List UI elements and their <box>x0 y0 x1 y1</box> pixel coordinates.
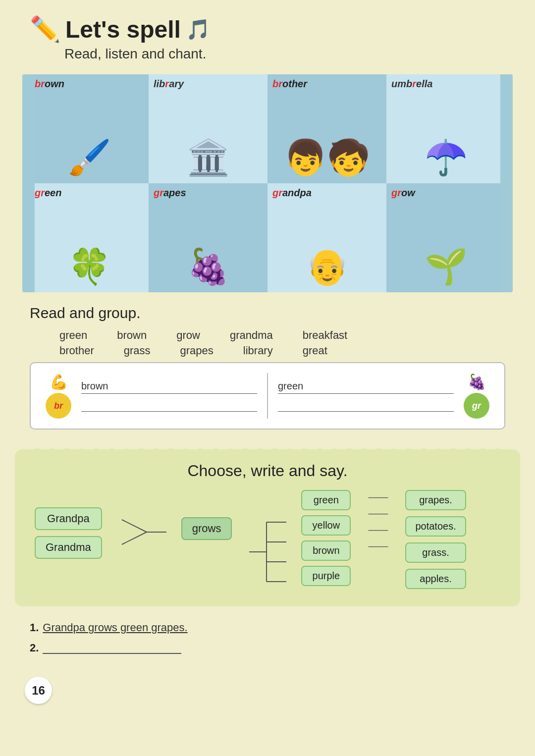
verb-grows: grows <box>181 517 232 540</box>
gr-answer-2 <box>278 398 454 412</box>
page-number: 16 <box>25 677 52 704</box>
arrow-area <box>117 512 166 552</box>
dash-3: —— <box>368 524 388 536</box>
word-bank-row2: brother grass grapes library great <box>30 344 505 357</box>
page-header: ✏️ Let's spell 🎵 Read, listen and chant. <box>0 0 535 67</box>
veg-apples[interactable]: apples. <box>405 569 466 589</box>
word-brother-label: brother <box>272 78 307 90</box>
br-label: br <box>54 401 63 411</box>
word-bank-great: great <box>303 344 327 357</box>
grandpa-image: 👴 <box>306 249 349 284</box>
library-r: r <box>165 78 169 89</box>
accordion-cell-brother: brother 👦🧒 <box>268 74 386 183</box>
word-brown-label: brown <box>35 78 64 90</box>
br-answer-2 <box>81 398 257 412</box>
spell-icon: ✏️ <box>30 15 60 44</box>
br-badge-area: 💪 br <box>46 373 71 419</box>
word-bank-row1: green brown grow grandma breakfast <box>30 329 505 342</box>
ow-part: ow <box>401 187 415 198</box>
read-group-title: Read and group. <box>30 305 505 322</box>
word-bank-brother: brother <box>59 344 94 357</box>
br-badge: br <box>46 393 71 419</box>
veg-grass[interactable]: grass. <box>405 542 466 563</box>
br-part-brother: br <box>272 78 282 89</box>
color-yellow[interactable]: yellow <box>301 515 351 536</box>
library-text: lib <box>154 78 165 89</box>
choose-title: Choose, write and say. <box>35 462 500 480</box>
word-bank-grow: grow <box>176 329 200 342</box>
brown-image: 🖌️ <box>68 140 111 175</box>
page-title: Let's spell <box>65 16 181 43</box>
br-answer-1: brown <box>81 380 257 394</box>
group-divider <box>267 373 268 419</box>
word-bank-grapes2: grapes <box>180 344 214 357</box>
veg-potatoes[interactable]: potatoes. <box>405 516 466 537</box>
subject-column: Grandpa Grandma <box>35 507 102 559</box>
apes-part: apes <box>163 187 186 198</box>
gr-answer-1: green <box>278 380 454 394</box>
word-bank-breakfast: breakfast <box>303 329 348 342</box>
svg-line-1 <box>122 532 147 544</box>
een-part: een <box>45 187 61 198</box>
grow-image: 🌱 <box>425 249 468 284</box>
gr-badge: gr <box>464 393 489 419</box>
accordion-cell-grandpa: grandpa 👴 <box>268 183 386 292</box>
gr-label: gr <box>472 401 481 411</box>
accordion-section: brown 🖌️ library 🏛️ brother 👦🧒 <box>0 74 535 292</box>
grouping-area: 💪 br brown green 🍇 gr <box>30 362 505 430</box>
word-umbrella-label: umbrella <box>391 78 432 90</box>
gr-part-grandpa: gr <box>272 187 282 198</box>
other-part: other <box>282 78 307 89</box>
gr-part-grow: gr <box>391 187 401 198</box>
svg-line-0 <box>122 520 147 532</box>
library-image: 🏛️ <box>187 140 230 175</box>
accordion-cell-grow: grow 🌱 <box>386 183 505 292</box>
sentence-2: 2. <box>30 642 505 654</box>
branch-arrows-2 <box>247 512 286 592</box>
veg-grapes[interactable]: grapes. <box>405 490 466 510</box>
read-group-section: Read and group. green brown grow grandma… <box>0 292 535 439</box>
own-part: own <box>45 78 64 89</box>
branch-arrows <box>117 512 166 552</box>
word-bank-brown: brown <box>117 329 147 342</box>
sentence-1-text: Grandpa grows green grapes. <box>43 621 187 634</box>
word-grandpa-label: grandpa <box>272 187 312 199</box>
dash-1: —— <box>368 491 388 503</box>
gr-part-green: gr <box>35 187 45 198</box>
arrow2-area <box>247 512 286 592</box>
subtitle: Read, listen and chant. <box>64 46 206 62</box>
accordion-cell-umbrella: umbrella ☂️ <box>386 74 505 183</box>
color-purple[interactable]: purple <box>301 566 351 586</box>
r-part-umbrella: r <box>412 78 416 89</box>
word-bank-green: green <box>59 329 87 342</box>
word-green-label: green <box>35 187 61 199</box>
umb-part: umb <box>391 78 412 89</box>
subject-grandma: Grandma <box>35 536 102 559</box>
title-row: ✏️ Let's spell 🎵 <box>30 15 211 44</box>
sentence-2-blank[interactable] <box>43 642 181 654</box>
accordion-cell-grapes: grapes 🍇 <box>149 183 268 292</box>
sentence-1-num: 1. <box>30 621 39 634</box>
accordion-cell-brown: brown 🖌️ <box>30 74 149 183</box>
color-brown[interactable]: brown <box>301 540 351 561</box>
sentence-1: 1. Grandpa grows green grapes. <box>30 621 505 634</box>
br-answers: brown <box>81 380 257 412</box>
dash-connectors: —— —— —— —— <box>366 491 390 552</box>
word-grapes-label: grapes <box>154 187 186 199</box>
ella-part: ella <box>416 78 432 89</box>
gr-badge-area: 🍇 gr <box>464 373 489 419</box>
color-green[interactable]: green <box>301 490 351 510</box>
choose-content: Grandpa Grandma grows <box>35 490 500 592</box>
accordion-cell-library: library 🏛️ <box>149 74 268 183</box>
library-ary: ary <box>169 78 184 89</box>
accordion-row-1: brown 🖌️ library 🏛️ brother 👦🧒 <box>30 74 505 183</box>
andpa-part: andpa <box>282 187 312 198</box>
vegetable-column: grapes. potatoes. grass. apples. <box>405 490 466 589</box>
sentence-2-num: 2. <box>30 642 39 654</box>
accordion-cell-green: green 🍀 <box>30 183 149 292</box>
subject-grandpa: Grandpa <box>35 507 102 530</box>
word-bank-grass: grass <box>124 344 151 357</box>
word-grow-label: grow <box>391 187 415 199</box>
word-bank-library: library <box>243 344 273 357</box>
page-number-area: 16 <box>0 672 535 719</box>
